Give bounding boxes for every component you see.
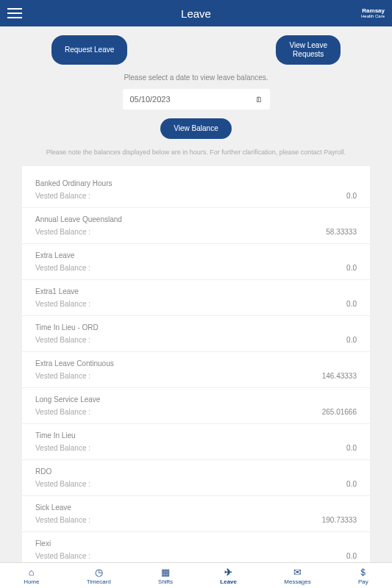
balance-line: Vested Balance :190.73333	[35, 516, 357, 524]
view-balance-row: View Balance	[22, 118, 370, 139]
action-button-row: Request Leave View Leave Requests	[22, 35, 370, 65]
vested-label: Vested Balance :	[35, 228, 90, 236]
vested-label: Vested Balance :	[35, 264, 90, 272]
tab-label: Home	[24, 578, 39, 585]
balance-value: 58.33333	[326, 228, 357, 236]
balance-note: Please note the balances displayed below…	[22, 148, 370, 157]
tab-pay[interactable]: ＄Pay	[358, 567, 368, 585]
balance-name: Flexi	[35, 539, 357, 548]
balance-name: Banked Ordinary Hours	[35, 179, 357, 187]
balance-name: Extra1 Leave	[35, 287, 357, 295]
request-leave-button[interactable]: Request Leave	[51, 35, 127, 65]
balance-line: Vested Balance :0.0	[35, 480, 357, 488]
date-hint: Please select a date to view leave balan…	[22, 74, 370, 82]
balance-value: 190.73333	[322, 516, 357, 524]
balance-value: 0.0	[346, 192, 357, 200]
tab-home[interactable]: ⌂Home	[24, 567, 39, 585]
logo-subtext: Health Care	[361, 14, 385, 18]
balance-name: RDO	[35, 467, 357, 476]
leave-icon: ✈	[224, 567, 232, 577]
balance-value: 0.0	[346, 552, 357, 560]
balance-row: Time In LieuVested Balance :0.0	[22, 424, 370, 460]
balance-row: Extra LeaveVested Balance :0.0	[22, 244, 370, 280]
balance-line: Vested Balance :0.0	[35, 552, 357, 560]
balance-name: Long Service Leave	[35, 395, 357, 404]
view-balance-button[interactable]: View Balance	[160, 118, 231, 139]
balance-row: RDOVested Balance :0.0	[22, 460, 370, 496]
tab-timecard[interactable]: ◷Timecard	[87, 567, 111, 585]
balance-line: Vested Balance :0.0	[35, 336, 357, 344]
balance-line: Vested Balance :0.0	[35, 264, 357, 272]
balance-row: Extra1 LeaveVested Balance :0.0	[22, 280, 370, 316]
page-title: Leave	[181, 7, 211, 20]
home-icon: ⌂	[29, 567, 35, 577]
balance-value: 265.01666	[322, 408, 357, 416]
messages-icon: ✉	[293, 567, 302, 577]
tab-label: Pay	[358, 578, 368, 585]
menu-icon[interactable]	[7, 8, 22, 18]
vested-label: Vested Balance :	[35, 336, 90, 344]
balance-value: 0.0	[346, 444, 357, 452]
balance-line: Vested Balance :0.0	[35, 192, 357, 200]
balance-row: Annual Leave QueenslandVested Balance :5…	[22, 208, 370, 244]
vested-label: Vested Balance :	[35, 408, 90, 416]
balance-line: Vested Balance :58.33333	[35, 228, 357, 236]
balance-row: Long Service LeaveVested Balance :265.01…	[22, 388, 370, 424]
app-header: Leave Ramsay Health Care	[0, 0, 392, 26]
balance-name: Sick Leave	[35, 503, 357, 512]
balance-name: Extra Leave Continuous	[35, 359, 357, 368]
balance-row: Extra Leave ContinuousVested Balance :14…	[22, 352, 370, 388]
balance-row: Time In Lieu - ORDVested Balance :0.0	[22, 316, 370, 352]
balance-line: Vested Balance :146.43333	[35, 372, 357, 380]
vested-label: Vested Balance :	[35, 444, 90, 452]
tab-leave[interactable]: ✈Leave	[220, 567, 237, 585]
timecard-icon: ◷	[95, 567, 103, 577]
date-row: 05/10/2023 🗓	[22, 89, 370, 110]
balance-value: 0.0	[346, 336, 357, 344]
vested-label: Vested Balance :	[35, 552, 90, 560]
vested-label: Vested Balance :	[35, 480, 90, 488]
pay-icon: ＄	[358, 567, 368, 577]
logo-text: Ramsay	[361, 8, 385, 14]
main-content: Request Leave View Leave Requests Please…	[0, 26, 392, 562]
balance-line: Vested Balance :0.0	[35, 300, 357, 308]
tab-shifts[interactable]: ▦Shifts	[158, 567, 173, 585]
balance-line: Vested Balance :265.01666	[35, 408, 357, 416]
balance-line: Vested Balance :0.0	[35, 444, 357, 452]
balance-row: Banked Ordinary HoursVested Balance :0.0	[22, 172, 370, 208]
balances-list: Banked Ordinary HoursVested Balance :0.0…	[22, 166, 370, 562]
balance-name: Time In Lieu - ORD	[35, 323, 357, 331]
tab-label: Timecard	[87, 578, 111, 585]
vested-label: Vested Balance :	[35, 300, 90, 308]
calendar-icon: 🗓	[255, 96, 263, 104]
tab-label: Messages	[284, 578, 310, 585]
balance-name: Time In Lieu	[35, 431, 357, 440]
bottom-tabbar: ⌂Home◷Timecard▦Shifts✈Leave✉Messages＄Pay	[0, 562, 392, 588]
date-input[interactable]: 05/10/2023 🗓	[123, 89, 270, 110]
balance-row: FlexiVested Balance :0.0	[22, 532, 370, 562]
balance-value: 146.43333	[322, 372, 357, 380]
balance-value: 0.0	[346, 480, 357, 488]
balance-row: Sick LeaveVested Balance :190.73333	[22, 496, 370, 532]
vested-label: Vested Balance :	[35, 192, 90, 200]
tab-label: Leave	[220, 578, 237, 585]
balance-value: 0.0	[346, 300, 357, 308]
date-value: 05/10/2023	[130, 95, 171, 104]
tab-label: Shifts	[158, 578, 173, 585]
balance-value: 0.0	[346, 264, 357, 272]
tab-messages[interactable]: ✉Messages	[284, 567, 310, 585]
view-leave-requests-button[interactable]: View Leave Requests	[276, 35, 341, 65]
shifts-icon: ▦	[161, 567, 170, 577]
vested-label: Vested Balance :	[35, 372, 90, 380]
brand-logo: Ramsay Health Care	[361, 8, 385, 18]
balance-name: Annual Leave Queensland	[35, 215, 357, 223]
vested-label: Vested Balance :	[35, 516, 90, 524]
balance-name: Extra Leave	[35, 251, 357, 259]
